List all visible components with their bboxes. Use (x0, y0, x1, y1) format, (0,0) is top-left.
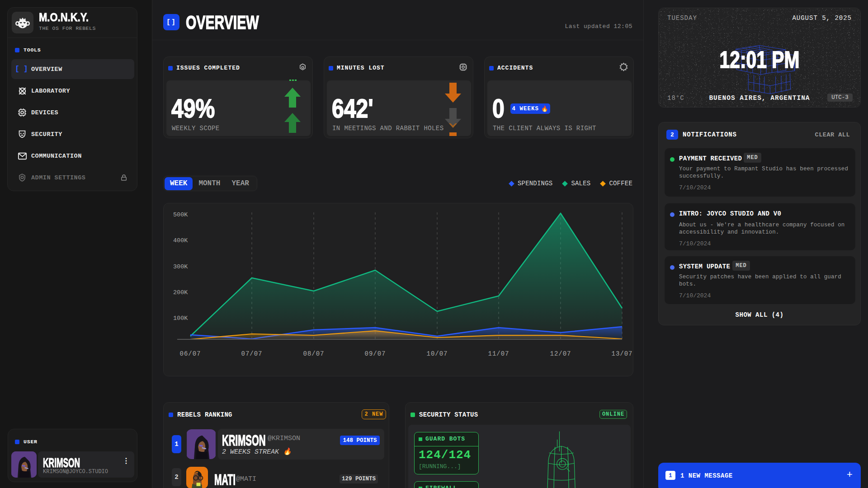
svg-text:12/07: 12/07 (550, 350, 571, 357)
svg-text:100K: 100K (173, 315, 188, 322)
svg-text:09/07: 09/07 (364, 350, 386, 357)
svg-text:200K: 200K (173, 289, 188, 296)
svg-text:10/07: 10/07 (426, 350, 448, 357)
svg-text:11/07: 11/07 (488, 350, 509, 357)
svg-text:400K: 400K (173, 237, 188, 244)
svg-text:06/07: 06/07 (179, 350, 201, 357)
svg-text:300K: 300K (173, 263, 188, 270)
svg-text:07/07: 07/07 (241, 350, 262, 357)
svg-text:08/07: 08/07 (303, 350, 324, 357)
svg-text:13/07: 13/07 (611, 350, 632, 357)
svg-text:500K: 500K (173, 211, 188, 218)
